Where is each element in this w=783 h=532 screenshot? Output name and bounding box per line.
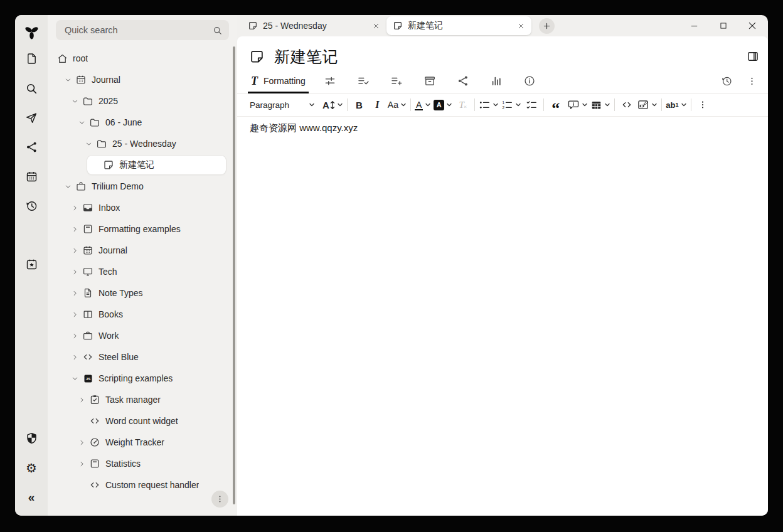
chevron-right-icon[interactable] — [69, 332, 81, 340]
toolbar-more-button[interactable] — [695, 96, 711, 114]
note-map-button[interactable] — [15, 132, 48, 162]
ribbon-tab-owned-attributes[interactable] — [347, 69, 380, 93]
footnote-dropdown[interactable]: ab1 — [666, 96, 686, 114]
tree-item-steel-blue[interactable]: Steel Blue — [48, 346, 237, 368]
new-tab-button[interactable] — [539, 18, 555, 34]
tree-item-tech[interactable]: Tech — [48, 261, 237, 282]
tree-item-wednesday[interactable]: 25 - Wednesday — [48, 133, 237, 154]
tree-item-weight-tracker[interactable]: Weight Tracker — [48, 432, 237, 453]
tree-item-note-types[interactable]: Note Types — [48, 282, 237, 304]
insert-table-dropdown[interactable] — [590, 96, 610, 114]
tree-item-scripting-examples[interactable]: Scripting examples — [48, 368, 237, 389]
close-tab-icon[interactable] — [515, 20, 526, 31]
ribbon-tab-basic-properties[interactable] — [314, 69, 347, 93]
ribbon-tab-note-paths[interactable] — [413, 69, 447, 93]
tree-item-statistics[interactable]: Statistics — [48, 453, 237, 474]
tree-item-new-note[interactable]: 新建笔记 — [48, 154, 237, 176]
chevron-down-icon[interactable] — [62, 76, 74, 84]
settings-gear-icon: ⚙ — [26, 462, 37, 474]
tree-item-label: Statistics — [105, 459, 141, 469]
numbered-list-dropdown[interactable]: 12 — [501, 96, 521, 114]
remove-format-button[interactable]: T× — [455, 96, 471, 114]
note-icon — [249, 49, 265, 65]
tree-item-custom-request-handler[interactable]: Custom request handler — [48, 474, 237, 496]
chevron-down-icon[interactable] — [76, 119, 88, 127]
tree-item-june[interactable]: 06 - June — [48, 112, 237, 133]
tree-item-word-count-widget[interactable]: Word count widget — [48, 410, 237, 432]
recent-changes-button[interactable] — [15, 191, 48, 221]
ribbon-tab-formatting[interactable]: T Formatting — [249, 69, 307, 93]
code-block-dropdown[interactable] — [637, 96, 658, 114]
font-family-dropdown[interactable]: Aa — [388, 96, 407, 114]
tree-scrollbar[interactable] — [233, 46, 235, 504]
note-actions-button[interactable] — [747, 69, 757, 93]
protected-session-button[interactable] — [15, 423, 48, 453]
font-color-dropdown[interactable]: A — [415, 96, 431, 114]
tree-item-journal-demo[interactable]: Journal — [48, 240, 237, 261]
jump-to-note-button[interactable] — [15, 103, 48, 132]
block-quote-button[interactable]: “ — [548, 92, 563, 117]
chevron-right-icon[interactable] — [69, 268, 81, 276]
chevron-down-icon[interactable] — [62, 183, 74, 191]
tab-new-note[interactable]: 新建笔记 — [386, 16, 531, 35]
chevron-down-icon[interactable] — [69, 375, 81, 383]
quick-search-input[interactable] — [63, 24, 212, 36]
calendar-icon — [82, 245, 94, 256]
calendar-button[interactable] — [15, 162, 48, 191]
tree-item-journal[interactable]: Journal — [48, 69, 237, 90]
close-button[interactable] — [747, 21, 757, 31]
new-note-icon — [25, 52, 38, 65]
chevron-right-icon[interactable] — [69, 247, 81, 255]
maximize-button[interactable] — [718, 21, 728, 31]
chevron-right-icon[interactable] — [76, 439, 88, 447]
note-editor[interactable]: 趣奇资源网 www.qqzy.xyz — [237, 117, 768, 516]
archive-box-icon — [423, 75, 436, 87]
minimize-button[interactable] — [689, 21, 700, 31]
chevron-right-icon[interactable] — [69, 204, 81, 212]
bookmarked-calendar-button[interactable] — [15, 250, 48, 279]
admonition-dropdown[interactable] — [567, 96, 588, 114]
ribbon-tab-note-info[interactable] — [513, 69, 546, 93]
collapse-tree-button[interactable]: « — [15, 482, 48, 512]
tree-actions-button[interactable] — [211, 491, 228, 508]
tab-wednesday[interactable]: 25 - Wednesday — [242, 16, 386, 35]
settings-button[interactable]: ⚙ — [15, 453, 48, 482]
chevron-right-icon[interactable] — [76, 460, 88, 468]
search-button[interactable] — [15, 73, 48, 103]
inline-code-button[interactable] — [619, 96, 634, 114]
ribbon-tab-inherited-attributes[interactable] — [380, 69, 413, 93]
chevron-right-icon[interactable] — [69, 353, 81, 361]
toggle-right-pane-button[interactable] — [747, 50, 759, 63]
chevron-right-icon[interactable] — [76, 396, 88, 404]
quick-search-box[interactable] — [56, 20, 229, 40]
tree-item-formatting-examples[interactable]: Formatting examples — [48, 218, 237, 240]
chevron-right-icon[interactable] — [69, 289, 81, 297]
tree-item-trilium-demo[interactable]: Trilium Demo — [48, 176, 237, 197]
chevron-right-icon[interactable] — [69, 311, 81, 319]
tree-item-books[interactable]: Books — [48, 304, 237, 325]
tree-item-task-manager[interactable]: Task manager — [48, 389, 237, 410]
chevron-down-icon[interactable] — [83, 140, 95, 148]
tree-item-root[interactable]: root — [48, 48, 237, 69]
ribbon-tab-similar-notes[interactable] — [480, 69, 513, 93]
recent-changes-icon — [25, 200, 38, 213]
tree-item-2025[interactable]: 2025 — [48, 90, 237, 112]
collapse-chevrons-icon: « — [28, 491, 35, 503]
chevron-down-icon[interactable] — [69, 97, 81, 105]
italic-button[interactable]: I — [370, 96, 385, 114]
close-tab-icon[interactable] — [370, 20, 381, 31]
tree-item-work[interactable]: Work — [48, 325, 237, 346]
todo-list-button[interactable] — [524, 96, 540, 114]
tree-item-label: Scripting examples — [99, 373, 173, 383]
paragraph-style-dropdown[interactable]: Paragraph — [247, 96, 317, 114]
ribbon-tab-note-map[interactable] — [447, 69, 480, 93]
note-revisions-button[interactable] — [721, 69, 733, 93]
bulleted-list-dropdown[interactable] — [479, 96, 499, 114]
chevron-right-icon[interactable] — [69, 225, 81, 233]
new-note-button[interactable] — [15, 44, 48, 73]
font-size-dropdown[interactable]: A — [322, 96, 343, 114]
background-color-dropdown[interactable]: A — [434, 96, 452, 114]
tree-item-inbox[interactable]: Inbox — [48, 197, 237, 218]
bold-button[interactable]: B — [351, 96, 367, 114]
note-title[interactable]: 新建笔记 — [274, 46, 338, 67]
